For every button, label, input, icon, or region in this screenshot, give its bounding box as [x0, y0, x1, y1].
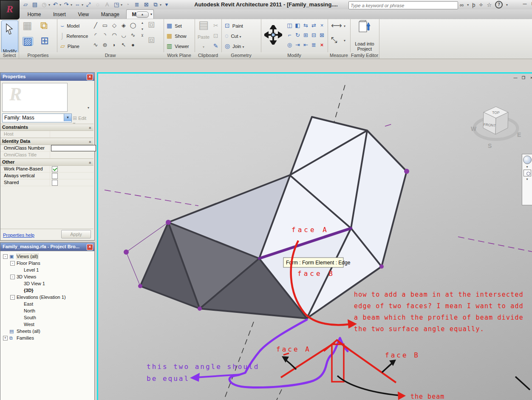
start-end-radius-arc-icon[interactable]: ◜: [91, 31, 100, 40]
preview-dropdown-icon[interactable]: ▾: [88, 106, 89, 110]
join-geometry-button[interactable]: ◎ Join ▾: [225, 42, 244, 50]
group-constraints[interactable]: Constraints»: [0, 124, 93, 131]
properties-palette-header[interactable]: Properties ×: [0, 73, 94, 81]
collapse-icon[interactable]: -: [10, 275, 15, 279]
omniclass-number-input[interactable]: [51, 145, 96, 151]
cope-icon[interactable]: ⌐: [286, 31, 294, 40]
paste-button[interactable]: ▤ Paste ▾: [196, 21, 211, 49]
sync-icon-dropdown[interactable]: ▾: [48, 3, 50, 7]
delete-icon[interactable]: ×: [318, 40, 326, 50]
tab-insert[interactable]: Insert: [48, 10, 71, 19]
viewcube[interactable]: W E S TOP FRONT: [471, 107, 521, 149]
tree-item[interactable]: -3D Views: [0, 273, 94, 280]
reference-line-button[interactable]: ⌡ Reference: [60, 32, 88, 40]
property-row-omniclass-number[interactable]: OmniClass Number: [0, 145, 93, 152]
array-icon[interactable]: ⊞: [302, 31, 310, 40]
create-form-icon[interactable]: ⧈: [148, 20, 155, 28]
tree-item[interactable]: Level 1: [0, 267, 94, 273]
fillet-arc-icon[interactable]: ◡: [119, 31, 128, 40]
family-types-icon[interactable]: ⊞: [40, 37, 49, 45]
copy-icon[interactable]: ⇄: [310, 21, 318, 31]
search-input[interactable]: [348, 1, 458, 9]
tree-item[interactable]: North: [0, 307, 94, 314]
panel-label-draw[interactable]: Draw: [57, 52, 164, 59]
property-row-always-vertical[interactable]: Always vertical: [0, 173, 93, 179]
tree-item[interactable]: South: [0, 314, 94, 321]
ellipse-tool-icon[interactable]: ⊜: [100, 40, 110, 50]
massing-form[interactable]: [124, 117, 409, 318]
expand-gallery-icon[interactable]: ⊻: [141, 34, 144, 37]
model-line-button[interactable]: ⌣ Model: [60, 22, 79, 29]
move-cross-icon[interactable]: [264, 25, 282, 45]
tree-item[interactable]: -▣Views (all): [0, 253, 94, 260]
view-close-icon[interactable]: ×: [529, 76, 532, 80]
show-work-plane-button[interactable]: ▦ Show: [167, 32, 187, 40]
family-category-icon[interactable]: ▦: [23, 22, 32, 29]
subscription-key-icon[interactable]: ϸ: [472, 2, 475, 8]
spline-points-icon[interactable]: ∿: [91, 40, 100, 50]
ribbon-minimize-dropdown-icon[interactable]: ▾: [150, 12, 152, 16]
join-dropdown-icon[interactable]: ▾: [243, 45, 244, 49]
redo-icon-dropdown[interactable]: ▾: [71, 3, 72, 7]
drawing-area[interactable]: W E S TOP FRONT Form : Form Element : Ed…: [97, 72, 532, 400]
view-minimize-icon[interactable]: —: [512, 76, 518, 80]
dimension-dropdown-icon[interactable]: ▾: [344, 24, 345, 28]
tab-home[interactable]: Home: [22, 10, 46, 19]
tree-item[interactable]: -Floor Plans: [0, 260, 94, 267]
redo-icon[interactable]: ↷: [62, 1, 71, 9]
default-3d-view-icon-dropdown[interactable]: ▾: [121, 3, 122, 7]
always-vertical-checkbox[interactable]: [52, 173, 58, 179]
set-work-plane-button[interactable]: ▦ Set: [167, 22, 182, 29]
center-ends-arc-icon[interactable]: ◝: [100, 31, 110, 40]
inscribed-polygon-tool-icon[interactable]: ◇: [110, 21, 119, 31]
panel-label-measure[interactable]: Measure: [328, 52, 350, 59]
viewcube-west-label[interactable]: W: [471, 125, 477, 132]
tab-view[interactable]: View: [73, 10, 94, 19]
undo-icon[interactable]: ↶: [51, 1, 59, 9]
viewcube-top-label[interactable]: TOP: [492, 111, 500, 115]
tag-icon[interactable]: ◌: [93, 1, 102, 9]
section-icon[interactable]: ◔: [123, 1, 132, 9]
panel-label-modify[interactable]: Modify: [261, 52, 328, 59]
properties-palette-icon[interactable]: ▨: [23, 37, 33, 45]
tree-item[interactable]: +⧉Families: [0, 335, 94, 341]
communication-center-icon[interactable]: ✧: [479, 2, 484, 8]
type-selector[interactable]: Family: Mass ▾: [2, 113, 72, 122]
copy-to-clipboard-icon[interactable]: ⊡: [213, 32, 218, 40]
trim-extend-single-icon[interactable]: ⇥: [294, 40, 302, 50]
thin-lines-icon[interactable]: ≣: [133, 1, 141, 9]
cut-geometry-button[interactable]: ◌ Cut ▾: [225, 32, 241, 40]
load-into-project-button[interactable]: Load into Project: [353, 20, 376, 51]
zoom-dropdown-icon[interactable]: ▾: [526, 177, 528, 181]
project-browser-header[interactable]: Family_massing.rfa - Project Bro... ×: [0, 243, 94, 251]
search-dropdown-icon[interactable]: ▾: [467, 3, 469, 7]
collapse-icon[interactable]: -: [3, 254, 8, 259]
pick-lines-icon[interactable]: ↖: [119, 40, 128, 50]
viewcube-east-label[interactable]: E: [517, 131, 521, 138]
split-element-icon[interactable]: ≣: [310, 40, 318, 50]
favorites-star-icon[interactable]: ☆: [487, 2, 492, 8]
save-icon[interactable]: ▤: [31, 1, 39, 9]
help-icon[interactable]: ?: [495, 1, 503, 9]
match-type-icon[interactable]: ✎: [213, 42, 218, 50]
aligned-dimension-icon-dropdown[interactable]: ▾: [82, 3, 83, 7]
view-restore-icon[interactable]: ❐: [521, 76, 526, 80]
unpin-icon[interactable]: ×: [318, 21, 326, 31]
pin-icon[interactable]: ⊠: [318, 31, 326, 40]
switch-windows-icon[interactable]: ⧉: [151, 1, 160, 9]
viewcube-south-label[interactable]: S: [488, 142, 492, 149]
aligned-dimension-icon[interactable]: ⇔: [73, 1, 82, 9]
open-icon[interactable]: ▱: [21, 1, 30, 9]
panel-label-family-editor[interactable]: Family Editor: [350, 52, 379, 59]
measure-icon[interactable]: ⤢: [84, 1, 93, 9]
text-icon[interactable]: A: [103, 1, 111, 9]
measure-dropdown-icon[interactable]: ▾: [344, 39, 345, 43]
line-tool-icon[interactable]: ╱: [91, 21, 100, 31]
circle-tool-icon[interactable]: ◯: [128, 21, 138, 31]
tree-item[interactable]: West: [0, 321, 94, 328]
void-form-icon[interactable]: ⧈: [148, 35, 155, 43]
qat-customize-icon[interactable]: ▾: [162, 1, 171, 9]
spline-tool-icon[interactable]: ∿: [128, 31, 138, 40]
panel-label-geometry[interactable]: Geometry: [221, 52, 261, 59]
paint-button[interactable]: ⊡ Paint: [225, 22, 243, 29]
